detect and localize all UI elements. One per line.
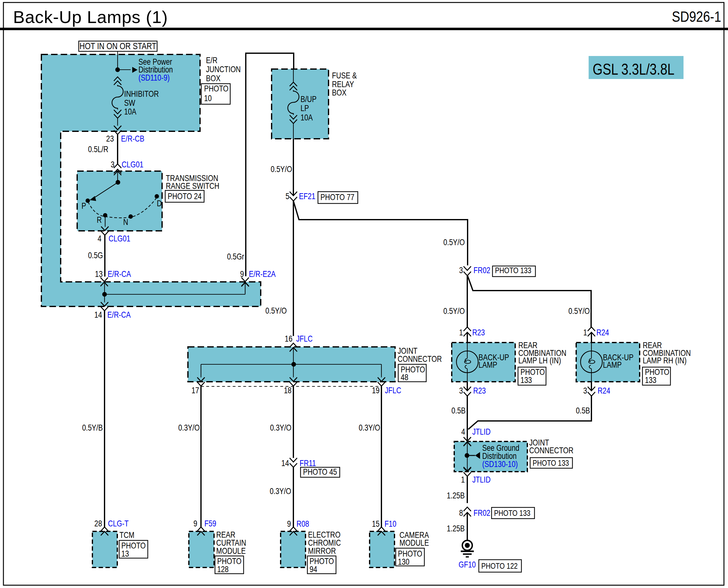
svg-text:GSL 3.3L/3.8L: GSL 3.3L/3.8L <box>593 61 674 78</box>
svg-text:0.5Y/B: 0.5Y/B <box>82 423 103 433</box>
svg-text:P: P <box>82 201 86 211</box>
svg-text:0.5G: 0.5G <box>88 251 103 260</box>
svg-text:94: 94 <box>310 565 317 574</box>
svg-text:13: 13 <box>95 269 103 279</box>
svg-text:0.3Y/O: 0.3Y/O <box>178 423 200 433</box>
svg-text:JTLID: JTLID <box>472 427 491 437</box>
svg-text:HOT IN ON OR START: HOT IN ON OR START <box>80 41 157 51</box>
svg-text:18: 18 <box>284 386 292 395</box>
svg-text:8: 8 <box>459 508 463 518</box>
svg-text:GF10: GF10 <box>459 560 476 569</box>
svg-text:CLG01: CLG01 <box>109 234 130 243</box>
svg-text:R24: R24 <box>598 386 610 395</box>
svg-text:CONNECTOR: CONNECTOR <box>529 446 574 455</box>
svg-text:E/R-CB: E/R-CB <box>121 134 144 143</box>
svg-text:PHOTO 122: PHOTO 122 <box>481 561 518 571</box>
svg-text:23: 23 <box>106 134 114 143</box>
svg-text:128: 128 <box>217 565 229 574</box>
svg-text:0.5Y/O: 0.5Y/O <box>443 238 465 247</box>
svg-text:PHOTO 77: PHOTO 77 <box>320 193 354 202</box>
svg-text:BOX: BOX <box>332 88 347 97</box>
svg-text:MODULE: MODULE <box>399 538 429 548</box>
svg-text:INHIBITOR: INHIBITOR <box>124 89 159 99</box>
svg-text:5: 5 <box>286 192 289 201</box>
svg-text:F10: F10 <box>384 519 396 529</box>
svg-text:1: 1 <box>461 475 465 484</box>
svg-text:0.5L/R: 0.5L/R <box>88 145 108 154</box>
svg-text:Back-Up Lamps (1): Back-Up Lamps (1) <box>13 7 168 27</box>
svg-text:133: 133 <box>520 376 532 385</box>
svg-text:(SD130-10): (SD130-10) <box>482 460 518 469</box>
svg-text:15: 15 <box>372 519 379 529</box>
svg-text:(SD110-9): (SD110-9) <box>139 73 170 82</box>
svg-text:0.3Y/O: 0.3Y/O <box>270 423 292 433</box>
svg-text:N: N <box>123 217 128 227</box>
svg-text:LAMP: LAMP <box>478 360 497 370</box>
svg-text:0.5B: 0.5B <box>452 406 466 415</box>
svg-text:FUSE &: FUSE & <box>332 71 357 80</box>
svg-text:130: 130 <box>398 557 410 567</box>
svg-text:0.5Gr: 0.5Gr <box>227 252 244 261</box>
svg-text:JFLC: JFLC <box>296 334 313 343</box>
svg-text:CLG-T: CLG-T <box>108 519 128 528</box>
svg-text:FR02: FR02 <box>474 508 490 518</box>
svg-text:PHOTO 45: PHOTO 45 <box>303 467 337 477</box>
svg-text:17: 17 <box>191 386 199 395</box>
svg-text:E/R-CA: E/R-CA <box>107 310 131 319</box>
svg-text:BOX: BOX <box>206 74 221 83</box>
svg-text:EF21: EF21 <box>299 192 315 201</box>
svg-text:RELAY: RELAY <box>332 80 354 89</box>
svg-text:PHOTO 24: PHOTO 24 <box>168 192 202 201</box>
svg-text:PHOTO: PHOTO <box>204 84 228 93</box>
svg-text:0.5Y/O: 0.5Y/O <box>265 306 287 315</box>
svg-text:1.25B: 1.25B <box>447 524 465 533</box>
svg-text:R: R <box>97 215 102 225</box>
svg-text:1: 1 <box>459 328 463 337</box>
svg-text:9: 9 <box>193 519 197 528</box>
svg-text:JUNCTION: JUNCTION <box>206 65 241 74</box>
svg-text:F59: F59 <box>204 519 216 528</box>
svg-text:13: 13 <box>121 549 129 559</box>
svg-text:1.25B: 1.25B <box>447 491 465 500</box>
svg-text:133: 133 <box>645 376 657 385</box>
svg-text:TCM: TCM <box>120 530 134 540</box>
svg-text:R24: R24 <box>597 328 609 337</box>
svg-text:0.3Y/O: 0.3Y/O <box>359 423 380 433</box>
svg-text:JFLC: JFLC <box>385 386 401 395</box>
svg-text:0.5Y/O: 0.5Y/O <box>568 307 590 316</box>
svg-text:R08: R08 <box>296 519 309 529</box>
svg-text:16: 16 <box>285 334 292 343</box>
svg-text:LP: LP <box>300 104 309 113</box>
svg-text:PHOTO 133: PHOTO 133 <box>533 458 569 468</box>
svg-text:D: D <box>157 199 162 208</box>
svg-text:RANGE SWITCH: RANGE SWITCH <box>166 181 219 191</box>
svg-text:0.5Y/O: 0.5Y/O <box>271 165 292 174</box>
svg-text:E/R-E2A: E/R-E2A <box>249 269 276 279</box>
svg-text:E/R: E/R <box>206 56 217 65</box>
svg-text:FR11: FR11 <box>299 459 316 468</box>
svg-text:48: 48 <box>401 373 409 382</box>
svg-text:1: 1 <box>583 328 587 337</box>
svg-text:10A: 10A <box>300 113 313 122</box>
svg-text:10A: 10A <box>124 107 137 117</box>
svg-text:SD926-1: SD926-1 <box>672 8 721 25</box>
svg-text:PHOTO 133: PHOTO 133 <box>495 266 532 275</box>
svg-text:3: 3 <box>583 386 587 395</box>
svg-text:4: 4 <box>461 427 465 437</box>
svg-text:3: 3 <box>459 386 463 395</box>
svg-text:9: 9 <box>240 269 244 279</box>
svg-text:LAMP RH (IN): LAMP RH (IN) <box>643 356 687 365</box>
svg-text:3: 3 <box>459 266 463 275</box>
svg-text:28: 28 <box>94 519 102 528</box>
svg-text:R23: R23 <box>473 386 486 395</box>
svg-text:CONNECTOR: CONNECTOR <box>398 354 442 364</box>
svg-text:MODULE: MODULE <box>216 546 246 555</box>
svg-text:E/R-CA: E/R-CA <box>108 269 131 279</box>
svg-text:9: 9 <box>287 519 291 529</box>
svg-text:LAMP LH (IN): LAMP LH (IN) <box>518 356 561 365</box>
svg-text:LAMP: LAMP <box>603 360 622 370</box>
svg-text:R23: R23 <box>472 328 485 337</box>
svg-text:CLG01: CLG01 <box>122 160 143 169</box>
svg-text:3: 3 <box>111 160 115 169</box>
svg-text:10: 10 <box>204 93 212 103</box>
